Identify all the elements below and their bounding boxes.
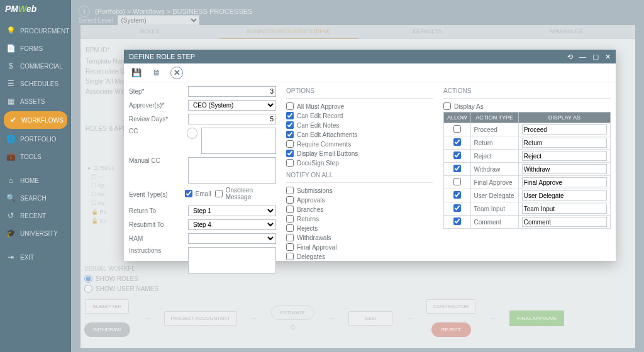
sidebar-item-schedules[interactable]: ☰SCHEDULES	[0, 75, 71, 92]
allow-checkbox[interactable]	[453, 204, 461, 212]
allow-checkbox[interactable]	[453, 178, 461, 185]
cc-picker-icon[interactable]: ⋯	[187, 128, 198, 139]
notify-submissions[interactable]: Submissions	[286, 187, 433, 194]
action-type-cell: Comment	[470, 216, 518, 229]
table-row: Team Input	[444, 202, 611, 216]
return-to-select[interactable]: Step 1	[188, 206, 276, 216]
sidebar-item-procurement[interactable]: 💡PROCUREMENT	[0, 22, 71, 40]
schedules-icon: ☰	[6, 79, 15, 88]
sidebar-item-forms[interactable]: 📄FORMS	[0, 40, 71, 57]
table-row: Final Approve	[444, 176, 611, 189]
table-row: Reject	[444, 150, 611, 163]
sidebar-item-assets[interactable]: ▦ASSETS	[0, 92, 71, 110]
event-onscreen-checkbox[interactable]: Onscreen Message	[215, 187, 276, 201]
resubmit-to-select[interactable]: Step 4	[188, 219, 276, 230]
notify-returns[interactable]: Returns	[286, 215, 433, 223]
approver-select[interactable]: CEO (System)	[188, 100, 276, 111]
exit-icon: ⇥	[6, 253, 15, 261]
option-display-email-buttons[interactable]: Display Email Buttons	[286, 150, 433, 157]
allow-checkbox[interactable]	[453, 165, 461, 172]
table-row: Comment	[444, 216, 611, 229]
cc-textarea[interactable]	[201, 128, 276, 154]
table-row: Return	[444, 136, 611, 150]
brand-logo: PMWeb	[0, 0, 71, 22]
allow-checkbox[interactable]	[453, 138, 461, 146]
search-icon: 🔍	[6, 194, 15, 202]
minimize-icon[interactable]: —	[579, 53, 586, 61]
sidebar-item-portfolio[interactable]: 🌐PORTFOLIO	[0, 130, 71, 148]
display-as-input[interactable]	[522, 124, 607, 135]
col-actions: ACTIONS Display As ALLOW ACTION TYPE DIS…	[438, 82, 616, 280]
actions-table: ALLOW ACTION TYPE DISPLAY AS Proceed Ret…	[443, 112, 611, 229]
sidebar-item-university[interactable]: 🎓UNIVERSITY	[0, 224, 71, 242]
save-icon[interactable]: 💾	[130, 67, 143, 79]
refresh-icon[interactable]: ⟲	[567, 53, 573, 61]
ram-select[interactable]	[188, 233, 276, 244]
action-type-cell: Reject	[470, 150, 518, 163]
sidebar-item-commercial[interactable]: $COMMERCIAL	[0, 57, 71, 75]
sidebar-item-exit[interactable]: ⇥EXIT	[0, 248, 71, 266]
notify-approvals[interactable]: Approvals	[286, 196, 433, 204]
display-as-input[interactable]	[522, 177, 607, 187]
sidebar-item-search[interactable]: 🔍SEARCH	[0, 189, 71, 207]
manual-cc-textarea[interactable]	[188, 157, 276, 184]
sidebar-item-home[interactable]: ⌂HOME	[0, 172, 71, 189]
review-days-input[interactable]	[188, 114, 276, 124]
assets-icon: ▦	[6, 97, 15, 106]
event-email-checkbox[interactable]: Email	[185, 190, 211, 197]
allow-checkbox[interactable]	[453, 217, 461, 225]
display-as-input[interactable]	[522, 151, 607, 161]
define-role-step-dialog: DEFINE ROLE STEP ⟲ — ▢ ✕ 💾 🗎 ✕ Step* App…	[124, 50, 616, 261]
col-fields: Step* Approver(s)*CEO (System) Review Da…	[124, 82, 281, 280]
action-type-cell: Final Approve	[470, 176, 518, 189]
commercial-icon: $	[6, 62, 15, 70]
portfolio-icon: 🌐	[6, 135, 15, 143]
option-docusign-step[interactable]: DocuSign Step	[286, 159, 433, 167]
close-icon[interactable]: ✕	[605, 53, 611, 61]
forms-icon: 📄	[6, 44, 15, 53]
sidebar-item-tools[interactable]: 💼TOOLS	[0, 148, 71, 165]
display-as-input[interactable]	[522, 204, 607, 214]
dialog-title: DEFINE ROLE STEP	[129, 53, 195, 60]
cancel-icon[interactable]: ✕	[170, 67, 183, 79]
allow-checkbox[interactable]	[453, 125, 461, 133]
procurement-icon: 💡	[6, 26, 15, 35]
display-as-input[interactable]	[522, 217, 607, 227]
display-as-checkbox[interactable]: Display As	[443, 102, 611, 110]
display-as-input[interactable]	[522, 138, 607, 148]
instructions-textarea[interactable]	[188, 247, 276, 273]
display-as-input[interactable]	[522, 164, 607, 174]
new-doc-icon[interactable]: 🗎	[150, 67, 163, 79]
step-input[interactable]	[188, 86, 276, 97]
action-type-cell: Proceed	[470, 123, 518, 136]
option-can-edit-record[interactable]: Can Edit Record	[286, 112, 433, 119]
action-type-cell: User Delegate	[470, 189, 518, 202]
option-can-edit-attachments[interactable]: Can Edit Attachments	[286, 131, 433, 138]
action-type-cell: Team Input	[470, 202, 518, 216]
notify-rejects[interactable]: Rejects	[286, 224, 433, 232]
home-icon: ⌂	[6, 176, 15, 185]
table-row: Withdraw	[444, 163, 611, 176]
sidebar-item-workflows[interactable]: ✔WORKFLOWS	[4, 111, 67, 129]
workflows-icon: ✔	[10, 116, 16, 124]
allow-checkbox[interactable]	[453, 191, 461, 199]
tools-icon: 💼	[6, 152, 15, 161]
action-type-cell: Withdraw	[470, 163, 518, 176]
sidebar: PMWeb 💡PROCUREMENT📄FORMS$COMMERCIAL☰SCHE…	[0, 0, 71, 352]
maximize-icon[interactable]: ▢	[592, 53, 599, 61]
notify-delegates[interactable]: Delegates	[286, 253, 433, 260]
notify-branches[interactable]: Branches	[286, 206, 433, 213]
option-require-comments[interactable]: Require Comments	[286, 140, 433, 148]
allow-checkbox[interactable]	[453, 151, 461, 159]
notify-withdrawals[interactable]: Withdrawals	[286, 234, 433, 241]
col-options: OPTIONS All Must Approve Can Edit Record…	[281, 82, 438, 280]
action-type-cell: Return	[470, 136, 518, 150]
option-all-must-approve[interactable]: All Must Approve	[286, 102, 433, 110]
dialog-toolbar: 💾 🗎 ✕	[124, 63, 616, 82]
recent-icon: ↺	[6, 211, 15, 220]
option-can-edit-notes[interactable]: Can Edit Notes	[286, 121, 433, 129]
university-icon: 🎓	[6, 229, 15, 238]
sidebar-item-recent[interactable]: ↺RECENT	[0, 207, 71, 224]
display-as-input[interactable]	[522, 190, 607, 201]
notify-final-approval[interactable]: Final Approval	[286, 243, 433, 251]
